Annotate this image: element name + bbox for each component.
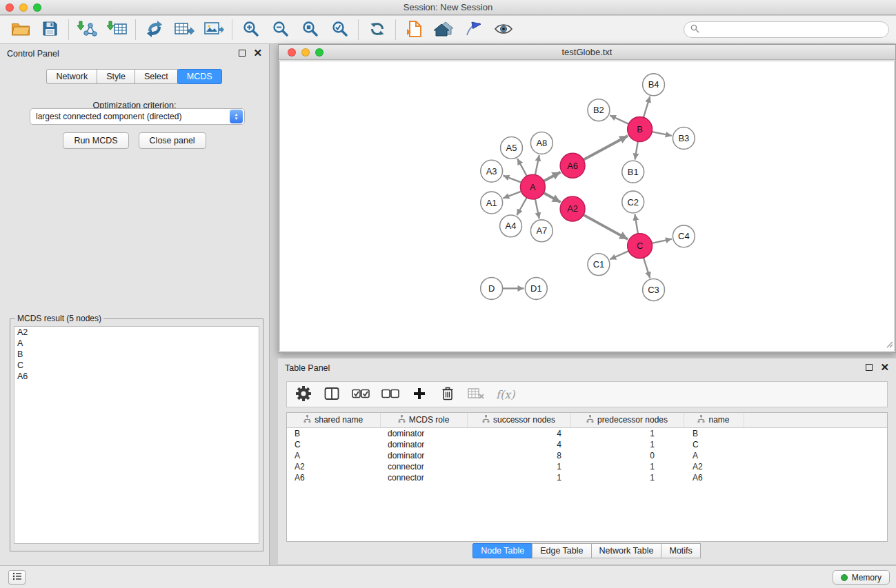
network-zoom-button[interactable] bbox=[315, 48, 323, 57]
zoom-in-button[interactable] bbox=[236, 17, 266, 42]
tab-motifs[interactable]: Motifs bbox=[661, 543, 700, 558]
window-controls bbox=[6, 3, 41, 12]
delete-column-button[interactable] bbox=[439, 384, 456, 405]
edge-B-B2[interactable] bbox=[610, 115, 628, 124]
mcds-result-item[interactable]: A bbox=[14, 338, 259, 349]
edge-A-A1[interactable] bbox=[503, 192, 521, 199]
run-mcds-button[interactable]: Run MCDS bbox=[63, 132, 128, 149]
tab-style[interactable]: Style bbox=[97, 69, 135, 84]
refresh-view-button[interactable] bbox=[362, 17, 392, 42]
column-header-name[interactable]: name bbox=[684, 413, 744, 427]
task-history-button[interactable] bbox=[8, 570, 26, 585]
export-image-button[interactable] bbox=[199, 17, 228, 42]
table-settings-button[interactable] bbox=[295, 384, 312, 405]
tab-node-table[interactable]: Node Table bbox=[472, 543, 532, 558]
tab-network-table[interactable]: Network Table bbox=[591, 543, 662, 558]
float-panel-icon[interactable] bbox=[239, 50, 246, 57]
edge-A-A6[interactable] bbox=[544, 172, 560, 181]
columns-icon bbox=[324, 387, 339, 403]
table-row[interactable]: Cdominator41C bbox=[287, 439, 887, 450]
edge-C-C4[interactable] bbox=[652, 239, 672, 243]
fx-icon: f(x) bbox=[496, 388, 515, 401]
mcds-result-item[interactable]: A6 bbox=[14, 371, 259, 382]
float-panel-icon[interactable] bbox=[866, 364, 873, 371]
edge-A-A5[interactable] bbox=[517, 159, 527, 176]
close-panel-icon[interactable]: ✕ bbox=[880, 363, 889, 372]
mcds-result-item[interactable]: A2 bbox=[14, 327, 259, 338]
table-row[interactable]: A6connector11A6 bbox=[287, 472, 887, 483]
zoom-selected-button[interactable] bbox=[325, 17, 355, 42]
import-network-button[interactable] bbox=[72, 17, 102, 42]
tab-edge-table[interactable]: Edge Table bbox=[532, 543, 591, 558]
network-close-button[interactable] bbox=[288, 48, 296, 57]
table-row[interactable]: Adominator80A bbox=[287, 450, 887, 461]
zoom-window-button[interactable] bbox=[33, 3, 41, 12]
edge-C-C1[interactable] bbox=[610, 251, 628, 259]
node-label-B: B bbox=[637, 124, 643, 134]
table-row[interactable]: A2connector11A2 bbox=[287, 461, 887, 472]
edge-A-A2[interactable] bbox=[544, 193, 561, 203]
delete-table-button[interactable] bbox=[468, 384, 484, 405]
edge-B-B4[interactable] bbox=[644, 97, 650, 117]
zoom-out-button[interactable] bbox=[266, 17, 295, 42]
column-header-shared-name[interactable]: shared name bbox=[287, 413, 380, 427]
search-field[interactable] bbox=[684, 21, 889, 38]
deselect-all-columns-button[interactable] bbox=[381, 384, 399, 405]
save-session-button[interactable] bbox=[35, 17, 65, 42]
export-table-button[interactable] bbox=[169, 17, 199, 42]
share-network-button[interactable] bbox=[139, 17, 169, 42]
import-table-button[interactable] bbox=[102, 17, 132, 42]
mcds-result-item[interactable]: B bbox=[14, 349, 259, 360]
export-document-button[interactable] bbox=[399, 17, 429, 42]
close-panel-button[interactable]: Close panel bbox=[139, 132, 206, 149]
edge-A6-B[interactable] bbox=[584, 136, 628, 160]
minimize-window-button[interactable] bbox=[19, 3, 28, 12]
show-columns-button[interactable] bbox=[323, 384, 340, 405]
network-minimize-button[interactable] bbox=[301, 48, 310, 57]
edge-C-C2[interactable] bbox=[635, 214, 637, 234]
resize-handle[interactable] bbox=[885, 340, 893, 350]
column-tree-icon bbox=[398, 415, 406, 425]
close-window-button[interactable] bbox=[6, 3, 14, 12]
column-header-successor-nodes[interactable]: successor nodes bbox=[467, 413, 570, 427]
open-in-browser-button[interactable] bbox=[429, 17, 459, 42]
tab-network[interactable]: Network bbox=[46, 69, 97, 84]
node-table[interactable]: shared nameMCDS rolesuccessor nodesprede… bbox=[286, 412, 888, 542]
edge-A-A8[interactable] bbox=[535, 155, 539, 175]
open-session-button[interactable] bbox=[6, 17, 35, 42]
select-all-columns-button[interactable] bbox=[352, 384, 370, 405]
close-panel-icon[interactable]: ✕ bbox=[253, 48, 262, 57]
apply-style-button[interactable] bbox=[459, 17, 488, 42]
mcds-result-list[interactable]: A2ABCA6 bbox=[14, 326, 259, 544]
show-graphics-details-button[interactable] bbox=[488, 17, 518, 42]
function-builder-button[interactable]: f(x) bbox=[496, 384, 515, 405]
checked-boxes-icon bbox=[352, 389, 370, 401]
toolbar-separator bbox=[395, 19, 396, 40]
table-row[interactable]: Bdominator41B bbox=[287, 427, 887, 439]
search-input[interactable] bbox=[704, 25, 882, 34]
edge-A-A7[interactable] bbox=[535, 199, 539, 219]
node-label-C1: C1 bbox=[593, 259, 605, 270]
mcds-result-group: MCDS result (5 nodes) A2ABCA6 bbox=[10, 314, 263, 551]
criterion-dropdown[interactable]: largest connected component (directed) ▲… bbox=[30, 108, 245, 125]
edge-A2-C[interactable] bbox=[584, 215, 628, 239]
column-tree-icon bbox=[482, 415, 490, 425]
node-label-A8: A8 bbox=[536, 138, 547, 148]
mcds-result-title: MCDS result (5 nodes) bbox=[15, 314, 103, 323]
network-canvas[interactable]: B4B2BB3A5A8A6A3B1AA1C2A2A4A7CC4C1C3DD1 bbox=[279, 61, 895, 352]
mcds-result-item[interactable]: C bbox=[14, 360, 259, 371]
memory-button[interactable]: Memory bbox=[833, 570, 890, 585]
create-column-button[interactable] bbox=[411, 384, 428, 405]
tab-select[interactable]: Select bbox=[135, 69, 178, 84]
column-header-predecessor-nodes[interactable]: predecessor nodes bbox=[570, 413, 684, 427]
edge-A-A3[interactable] bbox=[503, 176, 521, 183]
column-header-mcds-role[interactable]: MCDS role bbox=[380, 413, 467, 427]
edge-B-B1[interactable] bbox=[635, 141, 638, 159]
edge-B-B3[interactable] bbox=[652, 132, 672, 136]
edge-A-A4[interactable] bbox=[517, 198, 526, 215]
zoom-fit-button[interactable] bbox=[295, 17, 325, 42]
node-label-D: D bbox=[488, 283, 495, 294]
tab-mcds[interactable]: MCDS bbox=[177, 69, 222, 84]
edge-C-C3[interactable] bbox=[644, 258, 650, 278]
table-toolbar: f(x) bbox=[286, 381, 888, 407]
